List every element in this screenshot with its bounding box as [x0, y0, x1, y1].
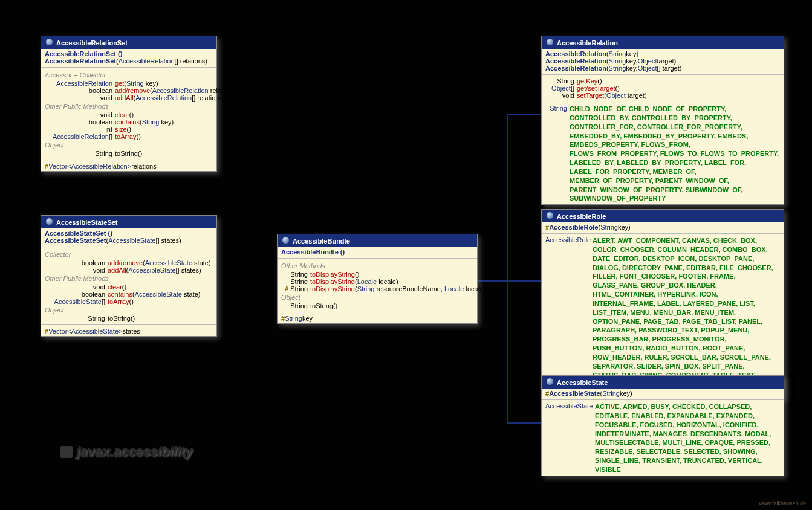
class-header: AccessibleRelationSet: [41, 36, 216, 49]
method-row: voidclear (): [45, 111, 213, 118]
class-header: AccessibleStateSet: [41, 216, 216, 228]
method-row: Object[]get/setTarget (): [545, 85, 780, 92]
class-name: AccessibleRelationSet: [56, 39, 128, 47]
class-header: AccessibleState: [542, 376, 784, 389]
method-row: voidaddAll (AccessibleRelation[] relatio…: [45, 94, 213, 102]
class-name: AccessibleBundle: [293, 237, 350, 245]
constants-row: AccessibleRoleALERT, AWT_COMPONENT, CANV…: [545, 236, 780, 398]
method-row: StringtoDisplayString (): [281, 271, 473, 278]
method-row: voidclear (): [45, 283, 213, 291]
class-icon: [547, 39, 553, 47]
method-row: AccessibleRelation[]toArray (): [45, 133, 213, 140]
method-row: booleancontains (String key): [45, 118, 213, 126]
method-row: booleanadd/remove (AccessibleState state…: [45, 259, 213, 266]
class-icon: [282, 237, 289, 245]
section-label: Other Methods: [281, 261, 473, 271]
class-icon: [547, 378, 553, 386]
class-stateSet: AccessibleStateSet AccessibleStateSet ()…: [41, 215, 217, 337]
class-name: AccessibleState: [557, 379, 608, 386]
method-row: StringtoString (): [45, 315, 213, 322]
class-header: AccessibleRelation: [542, 36, 784, 49]
class-icon: [46, 218, 53, 226]
method-row: StringtoDisplayString (Locale locale): [281, 278, 473, 285]
method-row: AccessibleRelationget (String key): [45, 80, 213, 87]
section-label: Object: [45, 305, 213, 315]
class-icon: [46, 39, 53, 47]
method-row: booleanadd/remove (AccessibleRelation re…: [45, 87, 213, 94]
constructor-row: AccessibleRelationSet (AccessibleRelatio…: [45, 57, 213, 65]
class-bundle: AccessibleBundle AccessibleBundle () Oth…: [277, 234, 478, 324]
constructor-row: # AccessibleRole (String key): [545, 224, 780, 231]
field-row: # String key: [281, 315, 473, 322]
method-row: # StringtoDisplayString (String resource…: [281, 285, 473, 292]
class-header: AccessibleRole: [542, 210, 784, 222]
field-row: # Vector<AccessibleState> states: [45, 328, 213, 335]
method-row: AccessibleState[]toArray (): [45, 298, 213, 305]
constants-row: StringCHILD_NODE_OF, CHILD_NODE_OF_PROPE…: [545, 105, 780, 203]
section-label: Object: [281, 292, 473, 302]
class-name: AccessibleRelation: [557, 39, 618, 47]
section-label: Object: [45, 140, 213, 150]
constructor-row: # AccessibleState (String key): [545, 390, 780, 397]
constructor-row: AccessibleRelationSet (): [45, 50, 213, 57]
class-name: AccessibleRole: [557, 213, 606, 220]
constructor-row: AccessibleRelation (String key, Object[]…: [545, 65, 780, 72]
section-label: Other Public Methods: [45, 274, 213, 283]
constructor-row: AccessibleStateSet (AccessibleState[] st…: [45, 237, 213, 244]
class-relSet: AccessibleRelationSet AccessibleRelation…: [41, 36, 217, 172]
constructor-row: AccessibleBundle (): [281, 248, 473, 256]
class-role: AccessibleRole # AccessibleRole (String …: [541, 209, 784, 399]
method-row: booleancontains (AccessibleState state): [45, 291, 213, 298]
method-row: voidsetTarget (Object target): [545, 92, 780, 99]
method-row: voidaddAll (AccessibleState[] states): [45, 266, 213, 274]
method-row: StringtoString (): [45, 150, 213, 157]
constructor-row: AccessibleRelation (String key, Object t…: [545, 57, 780, 65]
constants-row: AccessibleStateACTIVE, ARMED, BUSY, CHEC…: [545, 402, 780, 474]
class-icon: [547, 212, 553, 220]
field-row: # Vector<AccessibleRelation> relations: [45, 163, 213, 170]
constructor-row: AccessibleRelation (String key): [545, 50, 780, 57]
package-label: javax.accessibility: [60, 444, 192, 459]
class-relation: AccessibleRelation AccessibleRelation (S…: [541, 36, 784, 205]
method-row: StringtoString (): [281, 302, 473, 309]
method-row: intsize (): [45, 126, 213, 133]
class-state: AccessibleState # AccessibleState (Strin…: [541, 375, 784, 476]
constructor-row: AccessibleStateSet (): [45, 230, 213, 237]
section-label: Other Public Methods: [45, 102, 213, 111]
class-header: AccessibleBundle: [278, 234, 477, 247]
method-row: StringgetKey (): [545, 77, 780, 85]
section-label: Accessor + Collector: [45, 70, 213, 80]
credit-label: www.falkhausen.de: [759, 500, 806, 506]
class-name: AccessibleStateSet: [56, 219, 118, 226]
section-label: Collector: [45, 250, 213, 259]
